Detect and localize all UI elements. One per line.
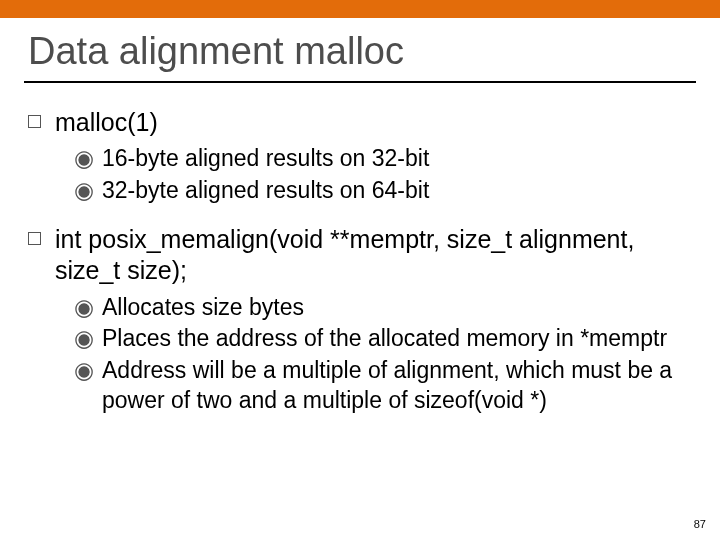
- sub-bullet-text: Address will be a multiple of alignment,…: [102, 356, 692, 416]
- slide: Data alignment malloc malloc(1) ◉ 16-byt…: [0, 0, 720, 540]
- page-number: 87: [694, 518, 706, 530]
- circle-bullet-icon: ◉: [74, 293, 94, 323]
- bullet-level-1: int posix_memalign(void **memptr, size_t…: [28, 224, 692, 287]
- sub-bullet-text: 32-byte aligned results on 64-bit: [102, 176, 692, 206]
- bullet-text: int posix_memalign(void **memptr, size_t…: [55, 224, 692, 287]
- sub-bullet-list: ◉ Allocates size bytes ◉ Places the addr…: [28, 293, 692, 417]
- bullet-level-2: ◉ Address will be a multiple of alignmen…: [74, 356, 692, 416]
- bullet-level-2: ◉ Places the address of the allocated me…: [74, 324, 692, 354]
- bullet-level-2: ◉ 32-byte aligned results on 64-bit: [74, 176, 692, 206]
- sub-bullet-text: Places the address of the allocated memo…: [102, 324, 692, 354]
- sub-bullet-text: 16-byte aligned results on 32-bit: [102, 144, 692, 174]
- slide-title: Data alignment malloc: [0, 18, 720, 77]
- sub-bullet-list: ◉ 16-byte aligned results on 32-bit ◉ 32…: [28, 144, 692, 206]
- content-area: malloc(1) ◉ 16-byte aligned results on 3…: [0, 83, 720, 416]
- bullet-level-1: malloc(1): [28, 107, 692, 138]
- circle-bullet-icon: ◉: [74, 356, 94, 386]
- accent-bar: [0, 0, 720, 18]
- circle-bullet-icon: ◉: [74, 324, 94, 354]
- bullet-level-2: ◉ 16-byte aligned results on 32-bit: [74, 144, 692, 174]
- bullet-level-2: ◉ Allocates size bytes: [74, 293, 692, 323]
- bullet-text: malloc(1): [55, 107, 692, 138]
- sub-bullet-text: Allocates size bytes: [102, 293, 692, 323]
- square-bullet-icon: [28, 232, 41, 245]
- circle-bullet-icon: ◉: [74, 176, 94, 206]
- square-bullet-icon: [28, 115, 41, 128]
- circle-bullet-icon: ◉: [74, 144, 94, 174]
